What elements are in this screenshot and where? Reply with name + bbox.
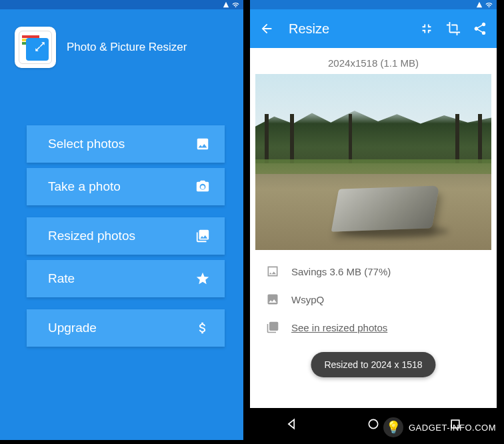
savings-text: Savings 3.6 MB (77%)	[291, 266, 391, 277]
gallery-icon	[195, 229, 210, 243]
gallery-icon	[266, 321, 279, 334]
see-link-row: See in resized photos	[266, 321, 481, 334]
watermark: 💡 Gadget-Info.com	[383, 417, 496, 437]
toolbar: Resize	[250, 9, 497, 48]
rate-button[interactable]: Rate	[27, 260, 225, 297]
app-icon	[15, 27, 56, 68]
status-icon	[223, 1, 229, 8]
button-label: Rate	[48, 271, 75, 286]
image-icon	[266, 293, 279, 306]
status-bar	[250, 0, 497, 9]
toolbar-title: Resize	[289, 21, 407, 37]
main-menu: Select photos Take a photo Resized photo…	[0, 79, 243, 347]
photo-icon	[195, 137, 210, 151]
watermark-logo: 💡	[383, 417, 403, 437]
fullscreen-exit-icon[interactable]	[419, 21, 434, 36]
filename-row: WsypQ	[266, 293, 481, 306]
watermark-text: Gadget-Info.com	[409, 423, 496, 433]
resize-screen: Resize 2024x1518 (1.1 MB) Savings 3.6 MB…	[250, 0, 497, 440]
wifi-icon	[485, 1, 493, 9]
button-label: Resized photos	[48, 229, 135, 243]
app-header: Photo & Picture Resizer	[0, 9, 243, 79]
camera-icon	[195, 179, 210, 194]
savings-row: Savings 3.6 MB (77%)	[266, 265, 481, 278]
image-compress-icon	[266, 265, 279, 278]
dollar-icon	[195, 321, 210, 335]
see-resized-link[interactable]: See in resized photos	[291, 322, 387, 333]
toast-message: Resized to 2024 x 1518	[311, 352, 435, 377]
back-icon[interactable]	[259, 21, 274, 36]
status-bar	[0, 0, 243, 9]
filename-text: WsypQ	[291, 294, 324, 305]
app-title: Photo & Picture Resizer	[67, 41, 187, 54]
nav-back[interactable]	[271, 417, 311, 431]
take-photo-button[interactable]: Take a photo	[27, 168, 225, 205]
resized-photos-button[interactable]: Resized photos	[27, 217, 225, 255]
crop-icon[interactable]	[446, 21, 461, 36]
svg-point-0	[201, 185, 205, 189]
button-label: Upgrade	[48, 321, 97, 335]
status-icon	[476, 1, 483, 8]
wifi-icon	[232, 1, 239, 9]
select-photos-button[interactable]: Select photos	[27, 125, 225, 163]
share-icon[interactable]	[473, 21, 487, 36]
photo-preview[interactable]	[255, 74, 491, 250]
upgrade-button[interactable]: Upgrade	[27, 309, 225, 347]
svg-point-1	[369, 419, 377, 428]
star-icon	[195, 271, 210, 286]
home-screen: Photo & Picture Resizer Select photos Ta…	[0, 0, 243, 440]
dimension-label: 2024x1518 (1.1 MB)	[255, 55, 491, 74]
button-label: Select photos	[48, 137, 125, 151]
resize-icon	[26, 38, 49, 61]
button-label: Take a photo	[48, 179, 121, 194]
info-rows: Savings 3.6 MB (77%) WsypQ See in resize…	[255, 250, 491, 334]
